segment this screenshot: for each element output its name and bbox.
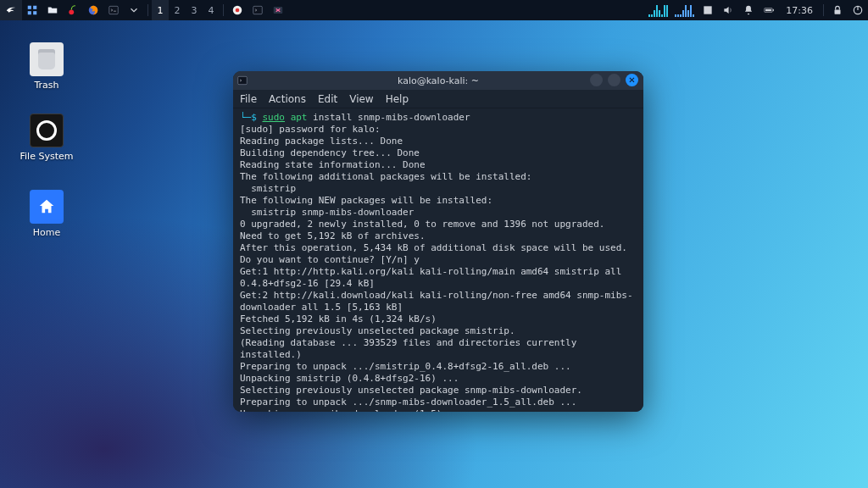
desktop-trash[interactable]: Trash — [15, 42, 78, 91]
workspace-2[interactable]: 2 — [169, 0, 186, 20]
home-icon — [30, 190, 64, 224]
net-graph[interactable] — [671, 3, 698, 17]
cpu-graph[interactable] — [645, 3, 671, 17]
svg-rect-0 — [28, 6, 31, 9]
firefox-button[interactable] — [83, 0, 103, 20]
power-icon — [852, 4, 864, 16]
svg-rect-2 — [28, 11, 31, 14]
window-minimize-button[interactable] — [590, 74, 603, 86]
window-titlebar[interactable]: kalo@kalo-kali: ~ — [233, 71, 643, 90]
firefox-icon — [87, 4, 99, 16]
desktop-filesystem[interactable]: File System — [15, 114, 78, 162]
desktop-home[interactable]: Home — [15, 190, 78, 238]
app-launcher[interactable] — [0, 0, 22, 20]
grid-icon — [26, 4, 38, 16]
separator — [147, 4, 148, 16]
window-menubar: File Actions Edit View Help — [233, 90, 643, 108]
notifications[interactable] — [738, 0, 759, 20]
menu-help[interactable]: Help — [386, 93, 409, 105]
recorder-icon — [231, 4, 243, 16]
workspace-4[interactable]: 4 — [203, 0, 220, 20]
menu-actions[interactable]: Actions — [269, 93, 306, 105]
taskbar-app[interactable] — [268, 0, 288, 20]
clock[interactable]: 17:36 — [779, 5, 820, 16]
terminal-window: kalo@kalo-kali: ~ File Actions Edit View… — [233, 71, 643, 412]
menu-edit[interactable]: Edit — [318, 93, 337, 105]
terminal-launcher[interactable] — [103, 0, 124, 20]
separator — [823, 4, 824, 16]
terminal-icon — [236, 75, 248, 86]
window-close-icon — [272, 4, 284, 16]
lock-icon — [832, 4, 843, 16]
lock-screen[interactable] — [827, 0, 848, 20]
menu-file[interactable]: File — [240, 93, 257, 105]
svg-rect-3 — [33, 11, 36, 14]
disk-icon — [30, 114, 64, 147]
panel-more[interactable] — [124, 0, 144, 20]
chevron-down-icon — [128, 4, 140, 16]
svg-rect-9 — [253, 6, 263, 14]
svg-rect-18 — [238, 76, 248, 84]
panel-app-1[interactable] — [22, 0, 42, 20]
separator — [223, 4, 224, 16]
desktop-icon-label: Home — [15, 227, 78, 238]
svg-rect-15 — [835, 9, 841, 14]
tray-record[interactable] — [698, 0, 718, 20]
svg-rect-6 — [109, 6, 119, 14]
workspace-1[interactable]: 1 — [152, 0, 169, 20]
svg-rect-1 — [33, 6, 36, 9]
svg-rect-13 — [765, 9, 771, 11]
desktop-icon-label: Trash — [15, 80, 78, 91]
svg-point-8 — [236, 8, 240, 13]
window-close-button[interactable] — [626, 74, 638, 86]
workspace-3[interactable]: 3 — [186, 0, 203, 20]
power-menu[interactable] — [848, 0, 868, 20]
cherrytree-button[interactable] — [63, 0, 83, 20]
taskbar-recorder[interactable] — [227, 0, 248, 20]
battery-indicator[interactable] — [759, 0, 779, 20]
terminal-icon — [252, 4, 264, 16]
terminal-body[interactable]: └─$ sudo apt install snmp-mibs-downloade… — [233, 108, 643, 412]
folder-icon — [47, 4, 58, 16]
titlebar-app-icon — [233, 75, 252, 86]
trash-icon — [30, 42, 64, 76]
window-title: kalo@kalo-kali: ~ — [233, 75, 643, 86]
svg-rect-11 — [704, 6, 712, 14]
battery-icon — [763, 4, 775, 16]
record-icon — [702, 4, 714, 16]
menu-view[interactable]: View — [349, 93, 373, 105]
window-maximize-button[interactable] — [608, 74, 620, 86]
taskbar-terminal[interactable] — [248, 0, 268, 20]
svg-rect-14 — [773, 9, 774, 11]
bell-icon — [743, 4, 754, 16]
speaker-icon — [722, 4, 734, 16]
volume-control[interactable] — [718, 0, 738, 20]
top-panel: 1 2 3 4 17:36 — [0, 0, 868, 20]
svg-point-4 — [69, 9, 74, 14]
file-manager-button[interactable] — [42, 0, 63, 20]
cherry-icon — [67, 4, 79, 16]
kali-dragon-icon — [5, 4, 17, 16]
desktop-icon-label: File System — [15, 151, 78, 162]
terminal-icon — [108, 4, 120, 16]
